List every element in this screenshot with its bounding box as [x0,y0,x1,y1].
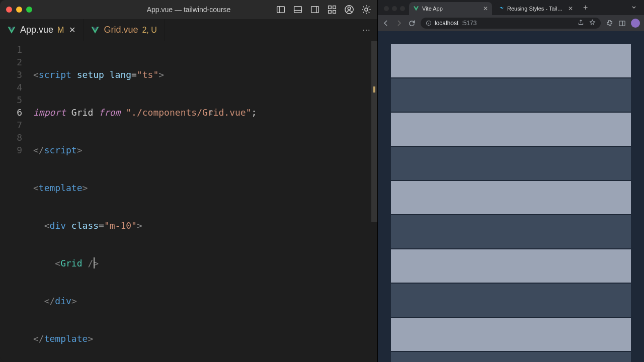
titlebar: App.vue — tailwind-course [0,0,377,19]
tab-filename: App.vue [20,25,53,35]
reload-button[interactable] [408,20,416,27]
tab-modified-status: M [57,26,64,35]
address-bar[interactable]: localhost:5173 [421,18,601,29]
close-browser-tab-icon[interactable]: ✕ [568,5,573,12]
editor-tabbar: App.vue M ✕ Grid.vue 2, U ⋯ [0,19,377,41]
grid-row [391,284,631,317]
minimize-browser-button[interactable] [392,6,397,11]
browser-window: Vite App ✕ Reusing Styles - Tailwind CSS… [377,0,644,362]
window-title: App.vue — tailwind-course [147,6,231,14]
grid-row [391,352,631,362]
tab-overflow-button[interactable]: ⋯ [355,19,377,41]
maximize-browser-button[interactable] [400,6,405,11]
text-cursor [94,257,95,268]
code-content[interactable]: <script setup lang="ts"> import Grid fro… [30,41,377,362]
close-browser-tab-icon[interactable]: ✕ [483,5,488,12]
svg-rect-6 [329,6,332,9]
grid-row [391,113,631,146]
svg-rect-9 [333,11,336,14]
svg-rect-16 [619,21,625,25]
svg-rect-0 [277,7,285,13]
browser-tabbar: Vite App ✕ Reusing Styles - Tailwind CSS… [378,0,644,15]
line-number: 3 [0,68,22,81]
layout-sidebar-left-icon[interactable] [276,5,286,15]
close-window-button[interactable] [6,7,12,13]
browser-toolbar-right [606,19,640,28]
grid-row [391,249,631,283]
grid-component-demo [391,44,631,362]
minimize-window-button[interactable] [16,7,22,13]
svg-rect-8 [329,11,332,14]
grid-row [391,181,631,214]
line-number: 6 [0,106,22,119]
grid-row [391,147,631,180]
browser-tab-label: Reusing Styles - Tailwind CSS [507,6,565,12]
traffic-lights [6,7,32,13]
vue-file-icon [7,26,16,35]
titlebar-actions [276,5,371,15]
url-host: localhost [435,20,458,27]
browser-tab-vite[interactable]: Vite App ✕ [409,2,492,15]
tab-grid-vue[interactable]: Grid.vue 2, U [84,19,164,41]
account-icon[interactable] [344,5,354,15]
svg-point-12 [365,8,368,11]
site-info-icon[interactable] [426,20,432,26]
vite-favicon-icon [413,6,419,12]
browser-traffic-lights [381,6,409,15]
browser-tab-tailwind[interactable]: Reusing Styles - Tailwind CSS ✕ [494,2,577,15]
vue-file-icon [91,26,100,35]
browser-tab-label: Vite App [422,6,480,12]
svg-rect-2 [294,7,302,13]
extensions-icon[interactable] [606,20,613,27]
settings-gear-icon[interactable] [361,5,371,15]
svg-rect-4 [311,7,319,13]
line-number: 8 [0,131,22,144]
svg-rect-7 [333,6,336,9]
line-number: 7 [0,119,22,131]
tab-list-chevron-icon[interactable] [627,3,641,15]
line-number: 4 [0,81,22,94]
editor-cursor-secondary: 𝙸 [209,107,213,119]
maximize-window-button[interactable] [26,7,32,13]
grid-row [391,78,631,112]
vscode-window: App.vue — tailwind-course App.vue M ✕ Gr… [0,0,377,362]
side-panel-icon[interactable] [618,20,626,27]
url-port: :5173 [461,20,476,27]
layout-panel-bottom-icon[interactable] [293,5,303,15]
new-tab-button[interactable]: + [579,3,592,15]
share-icon[interactable] [578,19,584,27]
line-number: 9 [0,144,22,156]
layout-sidebar-right-icon[interactable] [310,5,320,15]
tailwind-favicon-icon [498,6,504,12]
tab-app-vue[interactable]: App.vue M ✕ [0,19,84,41]
more-icon: ⋯ [362,25,370,35]
close-browser-button[interactable] [384,6,389,11]
back-button[interactable] [382,19,390,27]
line-number: 5 [0,94,22,106]
bookmark-star-icon[interactable] [589,19,596,27]
grid-row [391,44,631,77]
line-number: 1 [0,43,22,56]
code-editor[interactable]: 1 2 3 4 5 6 7 8 9 <script setup lang="ts… [0,41,377,362]
tab-problem-status: 2, U [142,26,156,35]
browser-toolbar: localhost:5173 [378,15,644,31]
grid-row [391,318,631,351]
profile-avatar[interactable] [631,19,640,28]
line-number-gutter: 1 2 3 4 5 6 7 8 9 [0,41,30,362]
tab-filename: Grid.vue [104,25,138,35]
close-tab-icon[interactable]: ✕ [68,25,76,35]
line-number: 2 [0,56,22,68]
forward-button[interactable] [395,19,403,27]
browser-viewport [378,31,644,362]
layout-customize-icon[interactable] [327,5,337,15]
svg-point-11 [348,7,351,10]
grid-row [391,215,631,248]
